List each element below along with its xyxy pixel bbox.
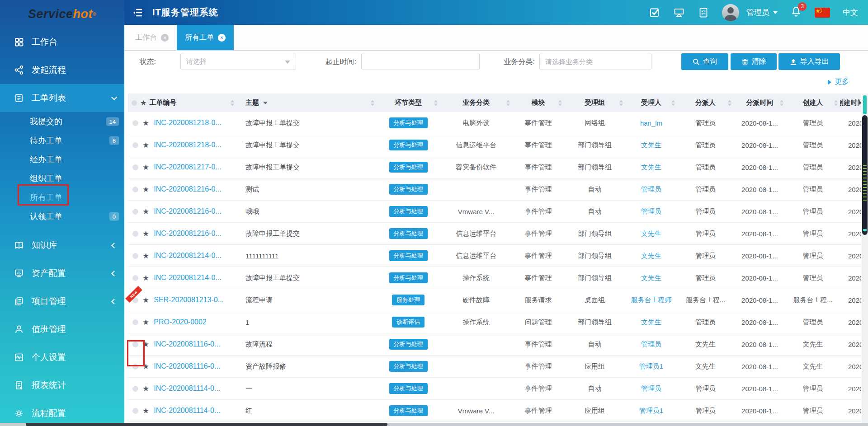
ticket-id-link[interactable]: SER-2020081213-0... [154, 296, 224, 304]
sort-icon[interactable] [780, 100, 783, 106]
star-icon[interactable]: ★ [142, 185, 149, 194]
ticket-id-link[interactable]: INC-2020081214-0... [154, 252, 221, 260]
assignee-link[interactable]: 文先生 [641, 318, 661, 327]
sidebar-item-duty-mgmt[interactable]: 值班管理 [0, 315, 124, 343]
china-flag-icon[interactable] [815, 8, 830, 18]
assignee-link[interactable]: 管理员 [641, 185, 661, 194]
star-icon[interactable]: ★ [142, 251, 149, 261]
assignee-link[interactable]: 文先生 [641, 274, 661, 282]
sidebar-item-start-process[interactable]: 发起流程 [0, 56, 124, 84]
sidebar-item-process-config[interactable]: 流程配置 [0, 399, 124, 426]
sidebar-item-workbench[interactable]: 工作台 [0, 28, 124, 56]
sidebar-subitem-组织工单[interactable]: 组织工单 [0, 169, 124, 188]
ticket-id-link[interactable]: INC-2020081216-0... [154, 229, 221, 238]
assignee-link[interactable]: 文先生 [641, 252, 661, 260]
assignee-link[interactable]: 文先生 [641, 229, 661, 238]
column-header-受理人[interactable]: 受理人 [625, 94, 677, 112]
sidebar-item-project-mgmt[interactable]: 项目管理 [0, 287, 124, 315]
ticket-id-link[interactable]: INC-2020081218-0... [154, 119, 221, 127]
close-icon[interactable] [218, 34, 226, 42]
row-select-dot[interactable] [132, 164, 138, 170]
sidebar-subitem-认领工单[interactable]: 认领工单0 [0, 207, 124, 226]
column-header-环节类型[interactable]: 环节类型 [377, 94, 440, 112]
row-select-dot[interactable] [132, 187, 138, 192]
ticket-id-link[interactable]: INC-2020081116-0... [154, 362, 220, 370]
monitor-icon[interactable] [673, 7, 685, 19]
row-select-dot[interactable] [132, 142, 138, 148]
row-select-dot[interactable] [132, 386, 138, 392]
sidebar-item-knowledge[interactable]: 知识库 [0, 231, 124, 259]
star-icon[interactable]: ★ [142, 163, 149, 172]
language-switch[interactable]: 中文 [843, 7, 858, 18]
star-icon[interactable]: ★ [142, 318, 149, 327]
star-icon[interactable]: ★ [142, 362, 149, 371]
row-select-dot[interactable] [132, 120, 138, 126]
filter-caret-icon[interactable] [263, 102, 268, 104]
assignee-link[interactable]: 文先生 [641, 141, 661, 150]
sidebar-item-ticket-list[interactable]: 工单列表 [0, 84, 124, 112]
column-header-受理组[interactable]: 受理组 [564, 94, 625, 112]
select-all-dot[interactable] [132, 100, 137, 106]
assignee-link[interactable]: 管理员 [641, 207, 661, 216]
clipboard-list-icon[interactable] [698, 7, 709, 19]
ticket-id-link[interactable]: INC-2020081114-0... [154, 384, 220, 393]
notifications-button[interactable]: 3 [790, 6, 802, 19]
close-icon[interactable] [161, 34, 169, 42]
ticket-id-link[interactable]: INC-2020081116-0... [154, 340, 220, 348]
time-range-input[interactable] [361, 53, 480, 70]
column-header-分派人[interactable]: 分派人 [677, 94, 734, 112]
sidebar-item-personal-settings[interactable]: 个人设置 [0, 343, 124, 371]
tab-workbench[interactable]: 工作台 [127, 25, 177, 50]
column-header-分派时间[interactable]: 分派时间 [734, 94, 786, 112]
sort-icon[interactable] [671, 100, 675, 106]
ticket-id-link[interactable]: INC-2020081114-0... [154, 407, 220, 415]
assignee-link[interactable]: 服务台工程师 [631, 296, 672, 304]
assignee-link[interactable]: 文先生 [641, 163, 661, 172]
user-menu[interactable]: 管理员 [746, 7, 778, 18]
row-select-dot[interactable] [132, 231, 138, 237]
row-select-dot[interactable] [132, 253, 138, 259]
column-header-模块[interactable]: 模块 [512, 94, 564, 112]
star-icon[interactable]: ★ [142, 118, 149, 128]
sort-icon[interactable] [506, 100, 510, 106]
star-icon[interactable]: ★ [142, 406, 149, 416]
sort-icon[interactable] [371, 100, 374, 106]
row-select-dot[interactable] [132, 275, 138, 281]
vertical-scrollbar-thumb[interactable] [862, 115, 868, 235]
star-icon[interactable]: ★ [142, 140, 149, 150]
assignee-link[interactable]: 管理员1 [639, 407, 663, 415]
row-select-dot[interactable] [132, 342, 138, 347]
star-icon[interactable]: ★ [142, 384, 149, 393]
assignee-link[interactable]: 管理员 [641, 384, 661, 393]
clear-button[interactable]: 清除 [731, 53, 777, 70]
more-link[interactable]: 更多 [828, 77, 849, 87]
horizontal-scrollbar[interactable] [0, 423, 868, 426]
category-input[interactable] [539, 53, 651, 70]
ticket-id-link[interactable]: INC-2020081217-0... [154, 163, 221, 171]
sort-icon[interactable] [834, 100, 838, 106]
sidebar-subitem-所有工单[interactable]: 所有工单 [0, 188, 124, 207]
sort-icon[interactable] [558, 100, 562, 106]
sidebar-item-report-stats[interactable]: 报表统计 [0, 371, 124, 399]
ticket-id-link[interactable]: INC-2020081216-0... [154, 207, 221, 215]
star-icon[interactable]: ★ [142, 229, 149, 239]
star-icon[interactable]: ★ [142, 207, 149, 216]
row-select-dot[interactable] [132, 364, 138, 370]
status-select[interactable]: 请选择 [180, 53, 296, 70]
ticket-id-link[interactable]: INC-2020081214-0... [154, 274, 221, 282]
sort-icon[interactable] [728, 100, 731, 106]
import-export-button[interactable]: 导入导出 [778, 53, 840, 70]
sort-icon[interactable] [231, 100, 234, 106]
tab-all-tickets[interactable]: 所有工单 [177, 25, 234, 50]
column-header-主题[interactable]: 主题 [236, 94, 377, 112]
sidebar-subitem-经办工单[interactable]: 经办工单 [0, 150, 124, 169]
sidebar-subitem-我提交的[interactable]: 我提交的14 [0, 112, 124, 131]
star-icon[interactable]: ★ [142, 340, 149, 349]
star-icon[interactable]: ★ [140, 98, 146, 107]
ticket-id-link[interactable]: INC-2020081218-0... [154, 141, 221, 149]
column-header-业务分类[interactable]: 业务分类 [440, 94, 512, 112]
avatar[interactable] [722, 4, 739, 21]
sidebar-item-asset-config[interactable]: 资产配置 [0, 259, 124, 287]
search-button[interactable]: 查询 [681, 53, 728, 70]
sidebar-subitem-待办工单[interactable]: 待办工单6 [0, 131, 124, 150]
